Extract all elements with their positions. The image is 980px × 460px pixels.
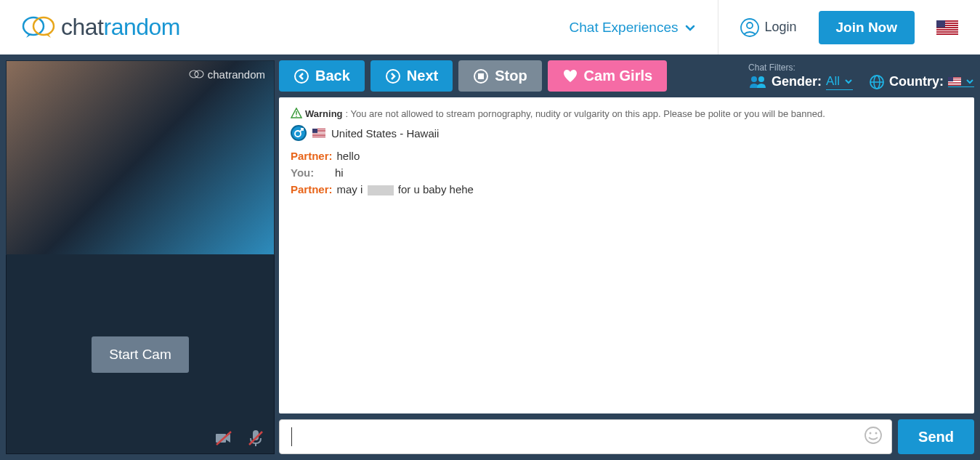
watermark-icon [189, 69, 205, 81]
partner-info: United States - Hawaii [291, 125, 963, 141]
toolbar: Back Next Stop Cam Girls Chat Filters: [279, 60, 974, 92]
cam-girls-button[interactable]: Cam Girls [548, 60, 667, 92]
language-flag[interactable] [936, 20, 958, 35]
self-video: Start Cam [6, 255, 275, 454]
gender-label: Gender: [772, 74, 822, 89]
next-button[interactable]: Next [370, 60, 453, 92]
text-cursor [291, 427, 292, 446]
warning-text: : You are not allowed to stream pornogra… [346, 108, 825, 119]
warning-icon [291, 108, 302, 119]
svg-point-3 [747, 23, 753, 28]
message-input[interactable] [288, 420, 864, 453]
heart-icon [562, 68, 578, 84]
svg-point-16 [758, 76, 764, 82]
chevron-down-icon [844, 77, 853, 86]
svg-point-4 [190, 70, 198, 78]
join-now-button[interactable]: Join Now [819, 11, 915, 44]
stop-label: Stop [495, 68, 527, 84]
logo[interactable]: chatrandom [22, 14, 180, 41]
svg-point-21 [296, 116, 297, 117]
message-sender: Partner: [291, 183, 333, 195]
header-right: Chat Experiences Login Join Now [570, 0, 958, 55]
message-row: Partner: may i for u baby hehe [291, 183, 963, 195]
svg-point-11 [295, 70, 308, 83]
chat-experiences-label: Chat Experiences [570, 20, 679, 36]
camera-off-icon[interactable] [214, 429, 233, 448]
message-text: hello [337, 150, 360, 162]
input-row: Send [279, 419, 974, 454]
start-cam-button[interactable]: Start Cam [92, 336, 189, 373]
warning-message: Warning : You are not allowed to stream … [291, 108, 963, 119]
gender-badge [291, 125, 307, 141]
smiley-icon [864, 426, 883, 445]
emoji-button[interactable] [864, 426, 883, 448]
user-icon [740, 18, 759, 37]
video-column: chatrandom Start Cam [0, 55, 275, 460]
cam-girls-label: Cam Girls [584, 68, 652, 84]
back-button[interactable]: Back [279, 60, 365, 92]
video-controls [214, 429, 265, 448]
message-text: hi [335, 166, 344, 179]
filters-title: Chat Filters: [748, 62, 795, 73]
country-flag [948, 77, 961, 86]
watermark-text: chatrandom [208, 68, 265, 81]
globe-icon [869, 74, 885, 90]
message-sender: Partner: [291, 150, 333, 162]
stop-button[interactable]: Stop [458, 60, 541, 92]
message-row: Partner: hello [291, 150, 963, 162]
logo-text: chatrandom [61, 14, 180, 41]
gender-value: All [826, 74, 853, 90]
svg-point-22 [295, 131, 301, 137]
partner-flag [312, 129, 325, 137]
chevron-down-icon [965, 77, 974, 86]
header: chatrandom Chat Experiences Login Join N… [0, 0, 980, 55]
country-value [948, 77, 974, 87]
country-label: Country: [889, 74, 944, 89]
chat-area: Warning : You are not allowed to stream … [279, 97, 974, 413]
gender-filter[interactable]: Gender: All [748, 74, 853, 90]
next-icon [385, 68, 401, 84]
back-icon [293, 68, 309, 84]
redacted-text [368, 185, 394, 195]
chat-column: Back Next Stop Cam Girls Chat Filters: [275, 55, 980, 460]
message-text: may i for u baby hehe [337, 183, 474, 195]
logo-icon [22, 15, 57, 41]
back-label: Back [315, 68, 350, 84]
svg-point-26 [875, 432, 878, 435]
message-sender: You: [291, 166, 331, 179]
svg-point-24 [865, 427, 881, 443]
partner-video: chatrandom [6, 60, 275, 255]
message-row: You: hi [291, 166, 963, 179]
svg-point-12 [386, 70, 400, 83]
next-label: Next [407, 68, 438, 84]
svg-rect-14 [478, 73, 484, 79]
watermark: chatrandom [189, 68, 265, 81]
login-label: Login [765, 20, 797, 35]
main: chatrandom Start Cam [0, 55, 980, 460]
svg-point-25 [870, 432, 872, 435]
svg-point-15 [751, 76, 757, 82]
chat-filters: Chat Filters: Gender: All [748, 62, 974, 90]
country-filter[interactable]: Country: [869, 74, 974, 90]
stop-icon [473, 68, 489, 84]
svg-point-5 [195, 70, 203, 78]
messages: Partner: hello You: hi Partner: may i fo… [291, 150, 963, 195]
chevron-down-icon [684, 22, 696, 33]
partner-location: United States - Hawaii [331, 127, 439, 140]
chat-experiences-dropdown[interactable]: Chat Experiences [570, 20, 696, 36]
login-link[interactable]: Login [740, 18, 797, 37]
divider [718, 0, 718, 55]
warning-label: Warning [305, 108, 343, 119]
message-input-wrap [279, 419, 892, 454]
send-button[interactable]: Send [898, 419, 974, 454]
mic-off-icon[interactable] [246, 429, 265, 448]
people-icon [748, 75, 767, 89]
